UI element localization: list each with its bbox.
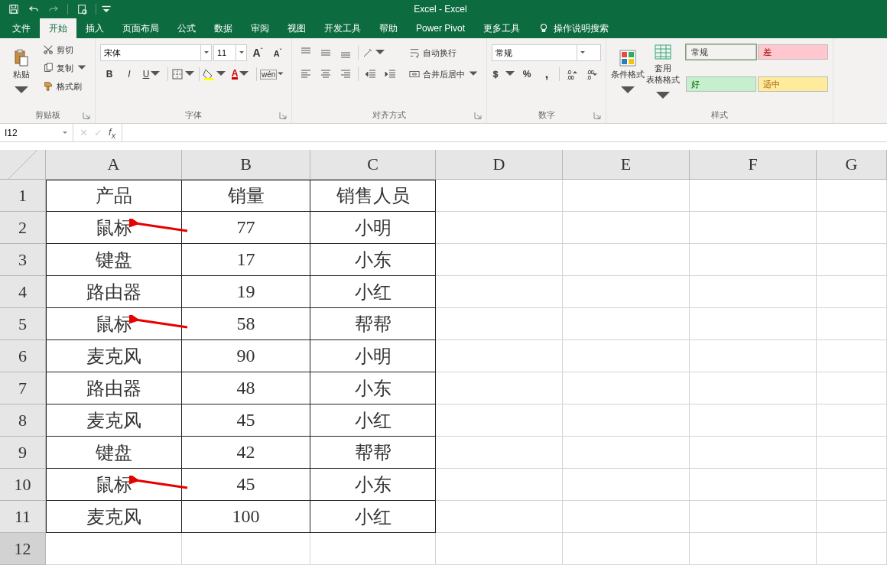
fill-color-button[interactable] [203, 66, 227, 83]
tab-公式[interactable]: 公式 [168, 18, 205, 38]
dialog-launcher-icon[interactable] [279, 111, 290, 122]
row-header[interactable]: 7 [0, 372, 46, 404]
cell[interactable]: 100 [182, 501, 310, 533]
align-center-icon[interactable] [317, 66, 335, 83]
cell[interactable] [817, 469, 887, 501]
cell[interactable] [690, 340, 817, 372]
cell[interactable]: 小东 [310, 469, 436, 501]
cell[interactable] [817, 244, 887, 276]
cell[interactable] [436, 404, 563, 437]
cell[interactable] [817, 372, 887, 404]
cell[interactable]: 45 [182, 404, 310, 437]
cell-style-bad[interactable]: 差 [758, 44, 828, 60]
row-header[interactable]: 2 [0, 212, 46, 244]
fx-icon[interactable]: fx [109, 126, 115, 140]
increase-decimal-icon[interactable]: .0.00 [563, 66, 581, 83]
cell[interactable]: 77 [182, 212, 310, 244]
cell[interactable] [46, 533, 182, 565]
cell[interactable] [563, 276, 690, 308]
cell[interactable] [436, 533, 563, 565]
tab-审阅[interactable]: 审阅 [242, 18, 278, 38]
tell-me-search[interactable]: 操作说明搜索 [529, 22, 618, 35]
cell[interactable]: 小红 [310, 404, 436, 437]
cell[interactable] [563, 404, 690, 437]
formula-input[interactable] [122, 124, 887, 141]
cell[interactable] [817, 180, 887, 212]
cell[interactable]: 鼠标 [46, 212, 182, 244]
enter-icon[interactable]: ✓ [94, 127, 102, 138]
cell[interactable]: 麦克风 [46, 501, 182, 533]
paste-button[interactable]: 粘贴 [5, 41, 38, 107]
increase-indent-icon[interactable] [382, 66, 400, 83]
bold-button[interactable]: B [100, 66, 119, 83]
tab-插入[interactable]: 插入 [76, 18, 113, 38]
cell[interactable]: 销售人员 [310, 180, 436, 212]
shrink-font-icon[interactable]: Aˇ [268, 44, 287, 61]
cell[interactable]: 17 [182, 244, 310, 276]
cell[interactable]: 键盘 [46, 244, 182, 276]
cell[interactable]: 45 [182, 469, 310, 501]
row-header[interactable]: 1 [0, 180, 46, 212]
decrease-decimal-icon[interactable]: .00.0 [583, 66, 601, 83]
tab-Power Pivot[interactable]: Power Pivot [407, 18, 474, 38]
cell[interactable] [563, 469, 690, 501]
cell[interactable]: 小东 [310, 244, 436, 276]
column-header[interactable]: G [817, 150, 887, 179]
decrease-indent-icon[interactable] [362, 66, 380, 83]
cell[interactable] [690, 276, 817, 308]
cell[interactable]: 42 [182, 437, 310, 469]
row-header[interactable]: 5 [0, 308, 46, 340]
cancel-icon[interactable]: ✕ [80, 127, 88, 138]
cell[interactable] [690, 469, 817, 501]
column-header[interactable]: A [46, 150, 182, 179]
tab-视图[interactable]: 视图 [278, 18, 315, 38]
cell[interactable] [690, 501, 817, 533]
cell[interactable] [817, 533, 887, 565]
cell[interactable] [817, 501, 887, 533]
cell[interactable] [436, 180, 563, 212]
cell[interactable]: 路由器 [46, 276, 182, 308]
conditional-formatting-button[interactable]: 条件格式 [611, 41, 645, 107]
wrap-text-button[interactable]: 自动换行 [406, 44, 482, 61]
cell-style-good[interactable]: 好 [686, 76, 756, 92]
cell[interactable] [690, 437, 817, 469]
cell[interactable]: 帮帮 [310, 437, 436, 469]
dialog-launcher-icon[interactable] [593, 111, 604, 122]
cell[interactable] [436, 212, 563, 244]
align-top-icon[interactable] [297, 44, 315, 61]
border-button[interactable] [171, 66, 196, 83]
cell[interactable] [436, 372, 563, 404]
cell[interactable]: 58 [182, 308, 310, 340]
number-format-combo[interactable] [492, 44, 601, 61]
row-header[interactable]: 11 [0, 501, 46, 533]
qat-customize-icon[interactable] [101, 1, 112, 18]
copy-button[interactable]: 复制 [40, 60, 90, 76]
tab-开始[interactable]: 开始 [40, 18, 76, 38]
italic-button[interactable]: I [120, 66, 138, 83]
cell[interactable]: 鼠标 [46, 308, 182, 340]
tab-文件[interactable]: 文件 [3, 18, 40, 38]
orientation-icon[interactable] [362, 44, 386, 61]
font-size-combo[interactable] [213, 44, 247, 61]
cell[interactable]: 小明 [310, 212, 436, 244]
cell[interactable] [817, 308, 887, 340]
cell[interactable]: 90 [182, 340, 310, 372]
row-header[interactable]: 4 [0, 276, 46, 308]
cell[interactable] [436, 340, 563, 372]
cell[interactable] [563, 501, 690, 533]
column-header[interactable]: B [182, 150, 310, 179]
cell[interactable] [817, 212, 887, 244]
cell[interactable] [563, 533, 690, 565]
tab-页面布局[interactable]: 页面布局 [113, 18, 168, 38]
align-right-icon[interactable] [336, 66, 355, 83]
cell[interactable] [690, 308, 817, 340]
dialog-launcher-icon[interactable] [83, 111, 93, 122]
print-preview-icon[interactable] [73, 1, 91, 18]
font-name-combo[interactable] [100, 44, 212, 61]
align-left-icon[interactable] [297, 66, 315, 83]
cell[interactable]: 麦克风 [46, 404, 182, 437]
row-header[interactable]: 3 [0, 244, 46, 276]
tab-更多工具[interactable]: 更多工具 [474, 18, 529, 38]
percent-format-icon[interactable]: % [518, 66, 536, 83]
cell[interactable] [690, 533, 817, 565]
